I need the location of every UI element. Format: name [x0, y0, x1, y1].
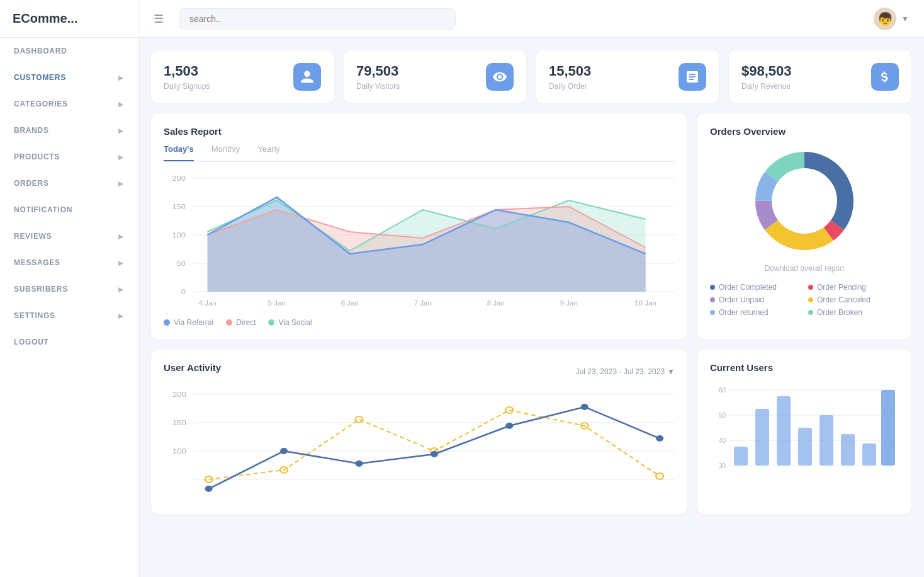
tab-todays[interactable]: Today's: [164, 144, 194, 161]
legend-label: Order Unpaid: [719, 295, 764, 304]
order-dot: [710, 310, 715, 315]
legend-label: Order returned: [719, 308, 769, 317]
sidebar-item-orders[interactable]: ORDERS ▶: [0, 170, 138, 197]
legend-order-pending: Order Pending: [808, 283, 899, 292]
sidebar-item-label: SUBSRIBERS: [14, 285, 68, 294]
download-report-link[interactable]: Download overall report: [710, 264, 899, 273]
legend-via-referral: Via Referral: [164, 318, 213, 327]
svg-text:0: 0: [181, 288, 186, 296]
tab-yearly[interactable]: Yearly: [257, 144, 280, 161]
search-input[interactable]: [179, 8, 456, 30]
header-right: 👦 ▼: [874, 8, 909, 30]
svg-rect-59: [862, 443, 876, 466]
chevron-right-icon: ▶: [118, 286, 124, 293]
legend-order-broken: Order Broken: [808, 308, 899, 317]
svg-text:100: 100: [172, 447, 186, 455]
legend-order-returned: Order returned: [710, 308, 801, 317]
user-activity-header: User Activity Jul 23, 2023 - Jul 23, 202…: [164, 362, 675, 380]
donut-container: [710, 144, 899, 258]
current-users-chart: 60 50 40 30: [710, 380, 899, 494]
svg-text:50: 50: [177, 260, 186, 268]
svg-point-42: [505, 423, 513, 429]
legend-label: Direct: [236, 318, 256, 327]
app-logo: EComme...: [0, 0, 138, 38]
chevron-right-icon: ▶: [118, 127, 124, 134]
chevron-right-icon: ▶: [118, 101, 124, 108]
app-title: EComme...: [13, 11, 77, 26]
svg-text:60: 60: [719, 387, 726, 394]
hamburger-icon[interactable]: ☰: [154, 12, 164, 26]
legend-order-completed: Order Completed: [710, 283, 801, 292]
svg-text:9 Jan: 9 Jan: [560, 300, 578, 307]
orders-overview-title: Orders Overview: [710, 126, 899, 137]
sidebar-item-brands[interactable]: BRANDS ▶: [0, 117, 138, 144]
order-dot: [808, 297, 813, 302]
sidebar-item-settings[interactable]: SETTINGS ▶: [0, 302, 138, 329]
chevron-right-icon: ▶: [118, 180, 124, 187]
main-content: ☰ 👦 ▼ 1,503 Daily Signups 79,503 Daily V…: [138, 0, 924, 577]
content-row-1: Sales Report Today's Monthly Yearly 200 …: [138, 103, 924, 340]
legend-label: Order Canceled: [817, 295, 870, 304]
stat-card-orders: 15,503 Daily Order: [536, 50, 719, 103]
legend-label: Via Social: [278, 318, 312, 327]
sidebar-item-notification[interactable]: NOTIFICATION: [0, 197, 138, 223]
sidebar-item-label: CUSTOMERS: [14, 73, 66, 82]
stat-value: 1,503: [164, 63, 210, 79]
svg-rect-60: [881, 390, 895, 466]
svg-point-23: [773, 169, 836, 232]
stat-card-revenue: $98,503 Daily Revenue: [729, 50, 911, 103]
sidebar-item-messages[interactable]: MESSAGES ▶: [0, 249, 138, 276]
sidebar-item-products[interactable]: PRODUCTS ▶: [0, 144, 138, 170]
legend-label: Via Referral: [174, 318, 213, 327]
stat-label: Daily Revenue: [741, 82, 792, 91]
sidebar-item-logout[interactable]: LOGOUT: [0, 329, 138, 355]
current-users-svg: 60 50 40 30: [710, 380, 899, 494]
stat-value: $98,503: [741, 63, 792, 79]
chevron-right-icon: ▶: [118, 154, 124, 161]
sidebar-item-categories[interactable]: CATEGORIES ▶: [0, 91, 138, 117]
sidebar-item-label: ORDERS: [14, 179, 49, 188]
sidebar-item-label: LOGOUT: [14, 338, 49, 346]
user-activity-svg: 200 150 100: [164, 388, 675, 501]
sidebar-item-subsribers[interactable]: SUBSRIBERS ▶: [0, 276, 138, 302]
sales-chart-area: 200 150 100 50 0 4 Jan 5 Jan 6 Jan 7 Jan…: [164, 172, 675, 311]
sidebar-item-label: NOTIFICATION: [14, 205, 72, 214]
sales-report-title: Sales Report: [164, 126, 675, 137]
orders-overview-card: Orders Overview: [697, 113, 911, 340]
avatar-dropdown-icon[interactable]: ▼: [901, 14, 909, 23]
svg-text:200: 200: [172, 391, 186, 399]
sidebar-item-label: SETTINGS: [14, 311, 55, 320]
header: ☰ 👦 ▼: [138, 0, 924, 38]
svg-rect-57: [820, 415, 833, 466]
sidebar-item-customers[interactable]: CUSTOMERS ▶: [0, 64, 138, 91]
chevron-right-icon: ▶: [118, 260, 124, 266]
svg-text:200: 200: [172, 174, 186, 183]
avatar: 👦: [874, 8, 896, 30]
tab-monthly[interactable]: Monthly: [211, 144, 240, 161]
legend-dot: [164, 319, 170, 326]
date-range-picker[interactable]: Jul 23, 2023 - Jul 23, 2023 ▼: [576, 367, 675, 376]
dropdown-icon: ▼: [667, 367, 675, 376]
sidebar-item-label: BRANDS: [14, 126, 49, 135]
svg-text:150: 150: [172, 203, 186, 211]
svg-text:4 Jan: 4 Jan: [198, 300, 216, 307]
svg-text:8 Jan: 8 Jan: [487, 300, 505, 307]
stat-value: 79,503: [356, 63, 400, 79]
svg-text:10 Jan: 10 Jan: [634, 300, 656, 307]
legend-direct: Direct: [226, 318, 256, 327]
chevron-right-icon: ▶: [118, 233, 124, 240]
svg-text:50: 50: [719, 412, 726, 419]
chart-legend: Via Referral Direct Via Social: [164, 318, 675, 327]
stat-icon-signups: [293, 63, 321, 91]
stat-value: 15,503: [549, 63, 591, 79]
legend-via-social: Via Social: [268, 318, 312, 327]
svg-text:100: 100: [172, 231, 186, 239]
sales-report-card: Sales Report Today's Monthly Yearly 200 …: [151, 113, 687, 340]
svg-rect-54: [755, 409, 769, 466]
sidebar: EComme... DASHBOARD CUSTOMERS ▶ CATEGORI…: [0, 0, 138, 577]
sidebar-item-dashboard[interactable]: DASHBOARD: [0, 38, 138, 64]
legend-dot: [268, 319, 274, 326]
stats-row: 1,503 Daily Signups 79,503 Daily Visitor…: [138, 38, 924, 103]
sidebar-item-reviews[interactable]: REVIEWS ▶: [0, 223, 138, 249]
current-users-card: Current Users 60 50 40 30: [697, 350, 911, 514]
